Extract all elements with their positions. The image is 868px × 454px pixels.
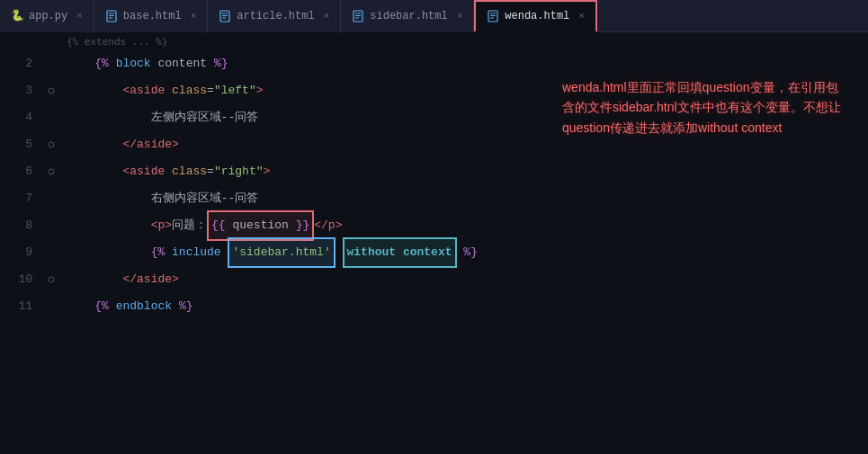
tab-icon-article-html: [219, 10, 231, 22]
editor-area: 2 3 4 5 6 7 8 9 10 11 {%: [0, 32, 868, 454]
tab-bar: 🐍 app.py × base.html × article.html × si…: [0, 0, 868, 32]
fold-arrow-9: [43, 239, 59, 266]
line-num-7: 7: [0, 185, 32, 212]
svg-point-16: [49, 88, 54, 93]
tab-close-sidebar-html[interactable]: ×: [457, 11, 463, 22]
tab-icon-base-html: [105, 10, 118, 22]
line-num-5: 5: [0, 131, 32, 158]
tab-label-app-py: app.py: [29, 10, 67, 22]
svg-point-17: [49, 142, 54, 147]
tab-sidebar-html[interactable]: sidebar.html ×: [341, 0, 474, 32]
scroll-top: {% extends ... %}: [59, 32, 868, 50]
svg-point-18: [49, 169, 54, 174]
fold-arrow-5[interactable]: [43, 131, 59, 158]
line-num-9: 9: [0, 239, 32, 266]
tab-close-app-py[interactable]: ×: [76, 11, 83, 22]
line-num-4: 4: [0, 104, 32, 131]
tab-icon-sidebar-html: [352, 10, 364, 22]
line-num-10: 10: [0, 266, 32, 293]
fold-arrow-4: [43, 104, 59, 131]
line-num-8: 8: [0, 212, 32, 239]
code-line-9: {% include 'sidebar.html' without contex…: [59, 239, 868, 266]
tab-icon-wenda-html: [487, 10, 499, 22]
fold-arrow-2[interactable]: [43, 50, 59, 77]
fold-arrow-10[interactable]: [43, 266, 59, 293]
highlight-sidebar-file: 'sidebar.html': [228, 237, 335, 268]
tab-article-html[interactable]: article.html ×: [208, 0, 341, 32]
fold-column: [43, 32, 59, 454]
tab-close-article-html[interactable]: ×: [324, 11, 330, 22]
highlight-question-var: {{ question }}: [207, 210, 314, 241]
tab-close-wenda-html[interactable]: ×: [578, 11, 585, 22]
fold-arrow-8: [43, 212, 59, 239]
line-num-11: 11: [0, 293, 32, 320]
tab-base-html[interactable]: base.html ×: [94, 0, 208, 32]
line-num-blank: [0, 32, 32, 50]
tab-icon-app-py: 🐍: [11, 10, 23, 22]
line-num-6: 6: [0, 158, 32, 185]
tab-label-wenda-html: wenda.html: [505, 10, 569, 22]
svg-point-19: [49, 277, 54, 282]
code-line-11: {% endblock %}: [59, 293, 868, 320]
code-line-10: </aside>: [59, 266, 868, 293]
fold-arrow-7: [43, 185, 59, 212]
code-line-2: {% block content %}: [59, 50, 868, 77]
fold-arrow-11: [43, 293, 59, 320]
tab-label-sidebar-html: sidebar.html: [370, 10, 447, 22]
tab-label-base-html: base.html: [123, 10, 182, 22]
code-line-8: <p>问题：{{ question }}</p>: [59, 212, 868, 239]
annotation-text: wenda.html里面正常回填question变量，在引用包含的文件sideb…: [562, 80, 841, 135]
fold-arrow-3[interactable]: [43, 77, 59, 104]
annotation-popup: wenda.html里面正常回填question变量，在引用包含的文件sideb…: [562, 77, 841, 138]
code-line-6: <aside class="right">: [59, 158, 868, 185]
tab-close-base-html[interactable]: ×: [191, 11, 197, 22]
line-num-3: 3: [0, 77, 32, 104]
tab-wenda-html[interactable]: wenda.html ×: [474, 0, 597, 32]
code-line-7: 右侧内容区域--问答: [59, 185, 868, 212]
line-num-2: 2: [0, 50, 32, 77]
tab-app-py[interactable]: 🐍 app.py ×: [0, 0, 94, 32]
highlight-without-context: without context: [343, 237, 457, 268]
tab-label-article-html: article.html: [237, 10, 314, 22]
fold-arrow-6[interactable]: [43, 158, 59, 185]
line-numbers: 2 3 4 5 6 7 8 9 10 11: [0, 32, 43, 454]
